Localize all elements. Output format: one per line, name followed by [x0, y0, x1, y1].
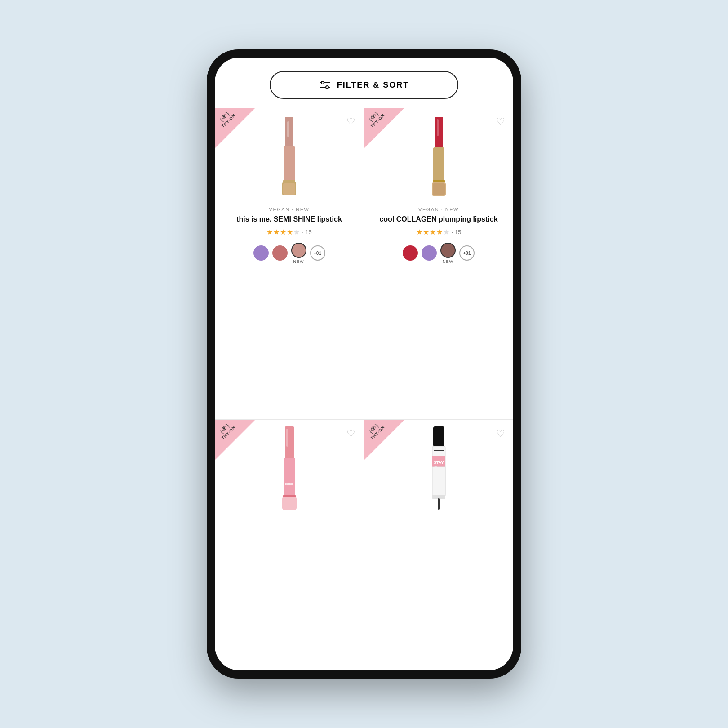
rating-count-2: · 15: [452, 229, 462, 235]
svg-rect-17: [284, 458, 295, 496]
product-rating-2: ★★★★★ · 15: [416, 228, 462, 236]
product-cell-2: { 👁 } TRY-ON ♡: [364, 108, 513, 420]
svg-point-2: [321, 81, 324, 84]
svg-rect-8: [283, 183, 295, 195]
phone-frame: FILTER & SORT { 👁 } TRY-ON: [207, 49, 521, 679]
svg-rect-24: [434, 450, 444, 451]
try-on-badge-1[interactable]: { 👁 } TRY-ON: [215, 108, 255, 148]
product-cell-3: { 👁 } TRY-ON ♡ esse: [215, 420, 364, 670]
svg-rect-15: [437, 119, 439, 136]
phone-screen: FILTER & SORT { 👁 } TRY-ON: [215, 58, 513, 670]
svg-rect-12: [433, 180, 445, 183]
swatch-group-brown-1: [272, 245, 288, 261]
swatch-new-label-2: NEW: [443, 259, 453, 264]
product-tags-2: VEGAN · NEW: [418, 207, 459, 212]
svg-rect-20: [282, 497, 297, 510]
wishlist-icon-2[interactable]: ♡: [496, 116, 505, 128]
swatch-brown-1[interactable]: [272, 245, 288, 261]
rating-count-1: · 15: [302, 229, 312, 235]
stars-2: ★★★★★: [416, 228, 450, 236]
product-rating-1: ★★★★★ · 15: [266, 228, 312, 236]
mascara-svg: STAY ON MATTE: [426, 426, 451, 512]
swatch-brown-2[interactable]: [440, 243, 456, 258]
wishlist-icon-1[interactable]: ♡: [346, 116, 355, 128]
color-swatches-1: NEW +01: [253, 243, 325, 264]
swatch-purple-1[interactable]: [253, 245, 269, 261]
lipstick-red-svg: [422, 117, 456, 198]
product-name-2: cool COLLAGEN plumping lipstick: [379, 215, 497, 224]
try-on-badge-4[interactable]: { 👁 } TRY-ON: [364, 420, 404, 460]
swatch-more-2[interactable]: +01: [459, 245, 475, 261]
swatch-purple-2[interactable]: [422, 245, 437, 261]
product-cell-4: { 👁 } TRY-ON ♡: [364, 420, 513, 670]
svg-rect-22: [433, 426, 444, 447]
svg-rect-25: [434, 453, 443, 453]
filter-sort-label: FILTER & SORT: [337, 80, 409, 90]
product-tags-1: VEGAN · NEW: [269, 207, 310, 212]
try-on-badge-3[interactable]: { 👁 } TRY-ON: [215, 420, 255, 460]
swatch-group-rose-1: NEW: [291, 243, 306, 264]
svg-rect-4: [285, 117, 293, 148]
svg-rect-32: [438, 498, 440, 510]
try-on-badge-2[interactable]: { 👁 } TRY-ON: [364, 108, 404, 148]
filter-sort-icon: [319, 79, 331, 91]
svg-text:esse: esse: [285, 482, 293, 486]
svg-text:STAY: STAY: [434, 460, 444, 465]
swatch-rose-1[interactable]: [291, 243, 306, 258]
svg-rect-21: [286, 429, 288, 447]
filter-sort-button[interactable]: FILTER & SORT: [270, 71, 458, 99]
svg-rect-5: [284, 146, 295, 182]
product-name-1: this is me. SEMI SHINE lipstick: [236, 215, 342, 224]
swatch-red-2[interactable]: [403, 245, 418, 261]
filter-bar: FILTER & SORT: [215, 58, 513, 108]
svg-rect-30: [432, 467, 445, 496]
svg-rect-9: [287, 121, 289, 137]
color-swatches-2: NEW +01: [403, 243, 475, 264]
svg-rect-14: [433, 183, 445, 195]
swatch-group-brown-2: NEW: [440, 243, 456, 264]
swatch-new-label-1: NEW: [293, 259, 304, 264]
swatch-group-purple-1: [253, 245, 269, 261]
lipstick-rose-gold-svg: [272, 117, 306, 198]
swatch-group-purple-2: [422, 245, 437, 261]
svg-point-3: [326, 86, 328, 89]
lipstick-pink-svg: esse: [271, 426, 307, 512]
swatch-more-1[interactable]: +01: [310, 245, 325, 261]
wishlist-icon-4[interactable]: ♡: [496, 428, 505, 439]
product-grid: { 👁 } TRY-ON ♡: [215, 108, 513, 670]
swatch-group-red-2: [403, 245, 418, 261]
svg-rect-11: [433, 147, 444, 182]
svg-rect-10: [435, 117, 443, 149]
product-cell-1: { 👁 } TRY-ON ♡: [215, 108, 364, 420]
wishlist-icon-3[interactable]: ♡: [346, 428, 355, 439]
stars-1: ★★★★★: [266, 228, 300, 236]
